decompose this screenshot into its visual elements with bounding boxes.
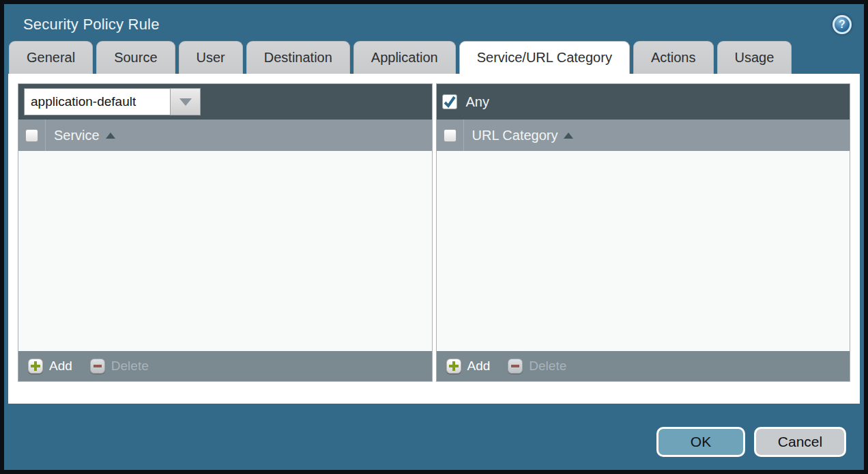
tab-destination[interactable]: Destination: [246, 41, 350, 74]
delete-minus-icon: [90, 359, 105, 374]
url-category-footer: Add Delete: [437, 351, 850, 381]
service-footer: Add Delete: [18, 351, 432, 381]
service-list[interactable]: [18, 151, 432, 351]
url-category-list[interactable]: [437, 151, 850, 351]
url-category-add-button[interactable]: Add: [446, 359, 491, 374]
tab-source[interactable]: Source: [96, 41, 175, 74]
service-type-input[interactable]: [24, 88, 170, 115]
tab-application[interactable]: Application: [353, 41, 456, 74]
service-type-combobox: [24, 88, 201, 115]
service-select-all-cell: [18, 120, 46, 151]
security-policy-rule-dialog: Security Policy Rule ? General Source Us…: [0, 0, 868, 474]
url-category-column-header[interactable]: URL Category: [464, 120, 574, 151]
service-table-header: Service: [18, 120, 432, 151]
tab-bar: General Source User Destination Applicat…: [4, 41, 864, 74]
tab-usage[interactable]: Usage: [717, 41, 792, 74]
tab-content: Service Add Delete: [8, 74, 860, 404]
service-select-all-checkbox[interactable]: [25, 129, 38, 142]
service-column-label: Service: [54, 128, 100, 143]
add-plus-icon: [28, 359, 43, 374]
add-plus-icon: [446, 359, 461, 374]
service-type-dropdown-button[interactable]: [170, 88, 201, 115]
title-bar: Security Policy Rule ?: [4, 4, 864, 41]
chevron-down-icon: [179, 98, 192, 106]
service-column-header[interactable]: Service: [46, 120, 115, 151]
service-panel: Service Add Delete: [18, 83, 433, 382]
cancel-button[interactable]: Cancel: [754, 427, 846, 457]
url-category-delete-button[interactable]: Delete: [508, 359, 566, 374]
url-category-select-all-cell: [437, 120, 464, 151]
tab-general[interactable]: General: [9, 41, 93, 74]
ok-button[interactable]: OK: [656, 427, 745, 457]
service-toolbar: [18, 84, 432, 120]
sort-ascending-icon: [106, 133, 115, 139]
any-label: Any: [466, 94, 489, 110]
url-category-column-label: URL Category: [472, 128, 558, 143]
sort-ascending-icon: [564, 133, 573, 139]
service-add-button[interactable]: Add: [28, 359, 72, 374]
help-icon[interactable]: ?: [833, 15, 852, 34]
add-button-label: Add: [467, 359, 491, 374]
delete-button-label: Delete: [111, 359, 149, 374]
tab-user[interactable]: User: [179, 41, 243, 74]
url-category-panel: Any URL Category Add Delete: [436, 83, 851, 382]
service-delete-button[interactable]: Delete: [90, 359, 149, 374]
any-checkbox[interactable]: [442, 94, 457, 109]
tab-service-url-category[interactable]: Service/URL Category: [459, 41, 630, 74]
checkmark-icon: [443, 95, 457, 109]
url-category-table-header: URL Category: [437, 120, 850, 151]
dialog-actions: OK Cancel: [656, 427, 846, 457]
delete-minus-icon: [508, 359, 523, 374]
tab-actions[interactable]: Actions: [633, 41, 714, 74]
delete-button-label: Delete: [529, 359, 566, 374]
url-category-select-all-checkbox[interactable]: [444, 129, 457, 142]
add-button-label: Add: [49, 359, 72, 374]
url-category-toolbar: Any: [437, 84, 850, 120]
dialog-title: Security Policy Rule: [23, 16, 160, 33]
